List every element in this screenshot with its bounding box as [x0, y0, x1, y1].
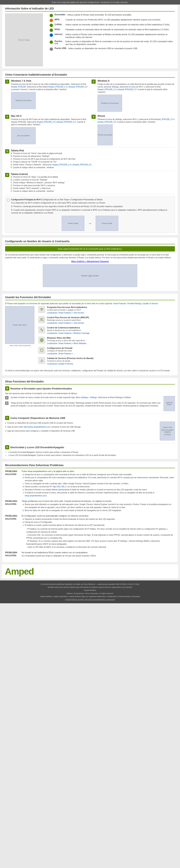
feature-link-users[interactable]: Localización: Smart Features > User Acce… — [47, 322, 84, 324]
electricity-title-text: Electricidad y Luces LED Encendido/Apaga… — [10, 446, 64, 449]
wireless-num-2: 2 — [92, 80, 96, 84]
feature-title-coverage: Control de Cobertura Inalámbrica — [47, 327, 89, 329]
led-section-title: Información Sobre el Indicador de LED — [5, 7, 175, 11]
wifi-protected-title: Configuración Protegida de Wi-Fi — [11, 198, 41, 200]
amped-logo-text: Amped — [5, 566, 34, 577]
features-layout: Router Web Menu Menu Web Stats (izquierd… — [5, 306, 175, 367]
problem-3-row: PROBLEMA: El Configurador could not auto… — [5, 515, 175, 517]
divider-4 — [5, 414, 175, 414]
reset-desc: Hay dos opciones para reiniciar el enrut… — [5, 392, 175, 395]
led-desc-24ghz: Indica cuando se transmite cantidad trib… — [66, 23, 170, 26]
wifi-protected-section: Configuración Protegida de Wi-Fi (Config… — [5, 196, 175, 233]
problem-1: PROBLEMA: Pulse setup.ampedwireless.com … — [5, 470, 175, 497]
tablet-android-section: 6 Tableta Android A. Presione el menú de… — [5, 173, 175, 192]
router-login-screen: Router Login Screen — [43, 264, 137, 287]
feature-text-wireless: Programa Para Accesar Red Inalámbrica Co… — [47, 306, 87, 314]
solution-3-a: Requiere la modem presionando el botón d… — [25, 518, 175, 521]
led-icon-power — [49, 14, 53, 17]
led-row-internet: Internet: Indica cuando el Router está c… — [49, 33, 175, 39]
features-section: Usando las Funciones del Enrutador El Ro… — [2, 293, 178, 376]
feature-icon-chart — [38, 357, 45, 364]
solution-2-row: SOLUCIÓN: Revise que está utilizando un … — [5, 503, 175, 512]
tablet-ipad-body: Tableta iPad A. Presione el icono de "Ho… — [11, 149, 91, 169]
reset-option-a-text: Acceder al botón de menú a través de la … — [11, 396, 131, 399]
reset-title: B Resetear el Enrutador para Ajustes Pre… — [5, 386, 175, 391]
led-image-col: Router Image — [5, 13, 47, 66]
wireless-content-windows8: Windows 8 Ponga el ratón de la computado… — [98, 80, 175, 112]
usb-text: 1. Conecte un dispositivo de memoria USB… — [5, 422, 157, 433]
led-label-internet: Internet: — [55, 33, 64, 35]
led-row-power: Encendido: Indica cuando el Router está … — [49, 13, 175, 17]
solution-3-label: SOLUCIÓN: — [5, 518, 20, 549]
reset-option-a-badge: A — [5, 396, 8, 399]
wifi-protected-checkbox[interactable] — [7, 199, 10, 202]
chart-icon — [40, 359, 44, 362]
features-menu-image: Router Web Menu — [5, 306, 34, 344]
wireless-os-iphone: iPhone — [98, 115, 175, 117]
feature-link-coverage[interactable]: Localización: Smart Features > Wireless … — [47, 332, 89, 334]
feature-title-block: Bloquear Sitios del Web — [47, 337, 86, 339]
reset-option-b-badge: B — [5, 402, 8, 405]
problem-2-label: PROBLEMA: — [5, 500, 20, 502]
led-row-24ghz: 2.4GHz: Indica cuando se transmite canti… — [49, 23, 175, 27]
feature-icon-shield — [38, 347, 45, 354]
problem-3-text: El Configurador could not automatically … — [22, 515, 89, 517]
footer-address: Address: 18 Sycamore / Irvine Corporatio… — [3, 592, 177, 595]
led-icon-usb — [49, 48, 53, 51]
globe-icon — [40, 338, 44, 342]
led-desc-power: Indica cuando el Router está encendido. … — [67, 13, 132, 16]
recommendations-section: Recomendaciones Para Solucionar Problema… — [2, 461, 178, 562]
led-label-5ghz: 5GHz: — [55, 28, 64, 30]
footer-support-link[interactable]: Amped Wireless Support: http://setup.amp… — [65, 598, 115, 600]
feature-title-wireless: Programa Para Accesar Red Inalámbrica — [47, 306, 87, 308]
svg-point-1 — [41, 318, 42, 320]
wifi-protected-subtitle: (Configuración de un Solo Toque o Config… — [41, 198, 103, 200]
username-menu-link[interactable]: Menu Settings > Management Password — [71, 260, 109, 262]
wireless-content-iphone: iPhone Presione el icono de Settings, se… — [98, 115, 175, 145]
solution-3-dsl: - Connexión DSL: Su connexion al interne… — [26, 534, 175, 539]
features-link-qos[interactable]: Quality of Service — [143, 303, 158, 305]
solution-1-b: Revise que su computadora NO esté conect… — [25, 476, 175, 482]
feature-desc-qos: Controla el ancho de banda — [47, 360, 94, 362]
wireless-item-windows7: 1 Windows 7 & Vista Presione el icono de… — [5, 80, 88, 112]
feature-link-block[interactable]: Localización: Smart Features > Block Web… — [47, 342, 86, 344]
led-desc-internet: Indica cuando el Router está conectado a… — [66, 33, 175, 39]
other-features-section: Otras Funciones del Enrutador B Resetear… — [2, 377, 178, 459]
features-list: Programa Para Accesar Red Inalámbrica Co… — [38, 306, 175, 367]
feature-coverage: Control de Cobertura Inalámbrica Ajuste … — [38, 327, 175, 334]
led-info-col: Encendido: Indica cuando el Router está … — [49, 13, 175, 66]
solution-2-label: SOLUCIÓN: — [5, 503, 20, 512]
features-menu-label: Menu Web Stats (izquierdo) — [5, 345, 35, 346]
solution-3-dynamic: - IP Dinámica: Si su conexión requiere q… — [26, 539, 175, 546]
username-menu-path: Menu Settings > Management Password — [5, 260, 175, 262]
reset-badge: B — [5, 386, 9, 391]
windows8-screenshot: Windows 8 Screenshot — [98, 95, 122, 112]
feature-user-access: Control Para Acceso de Usuarios (MAC/IP)… — [38, 316, 175, 324]
tablet-ipad-steps: A. Presione el icono de "Home" para aisl… — [11, 152, 91, 169]
electricity-item-power: • Corriente Encendido/Apagado: Oprima el… — [8, 451, 175, 454]
usb-link[interactable]: http://setup.ampedwireless.com — [24, 426, 50, 428]
reset-option-a: A Acceder al botón de menú a través de l… — [5, 396, 160, 400]
features-link-firewall[interactable]: Firewall Settings — [128, 303, 141, 305]
footer-continued: Si continúa teniendo problemas instaland… — [3, 583, 177, 586]
tablet-ipad-header: 5 Tableta iPad A. Presione el icono de "… — [5, 149, 175, 169]
wireless-item-macos: 3 Mac OS X Presione el icono de Wi-Fi pa… — [5, 115, 88, 145]
router-image-2: Router Image — [96, 216, 118, 231]
solution-1-row: SOLUCIÓN: Asegúrese de que su computador… — [5, 473, 175, 497]
problem-4: PROBLEMA: No lossde la red inalámbrica 5… — [5, 551, 175, 557]
feature-link-wireless[interactable]: Localización: Smart Features > User Acce… — [47, 312, 84, 314]
usb-label-led: LED Encendido/ Apagado — [160, 429, 175, 433]
led-label-usb: Puerto USB: — [55, 47, 67, 49]
feature-link-firewall[interactable]: Localización: Smart Features > ... — [47, 352, 75, 354]
feature-text-block: Bloquear Sitios del Web Prevenga acceso … — [47, 337, 86, 345]
features-desc: El Router está equipado con funciones de… — [5, 302, 175, 305]
problem-1-row: PROBLEMA: Pulse setup.ampedwireless.com … — [5, 470, 175, 472]
features-link-smart[interactable]: Smart Features — [113, 303, 126, 305]
other-features-title: Otras Funciones del Enrutador — [5, 380, 175, 384]
feature-link-qos[interactable]: Localización: Quality of Service — [47, 363, 73, 365]
led-icon-internet — [49, 33, 53, 37]
solution-1-a: Asegúrese de que su computadora esté con… — [25, 473, 175, 476]
feature-icon-signal — [38, 327, 45, 333]
wireless-grid: 1 Windows 7 & Vista Presione el icono de… — [5, 80, 175, 145]
led-desc-wps: Cuando se conecta con Protección Wi-Fi, … — [66, 18, 161, 21]
